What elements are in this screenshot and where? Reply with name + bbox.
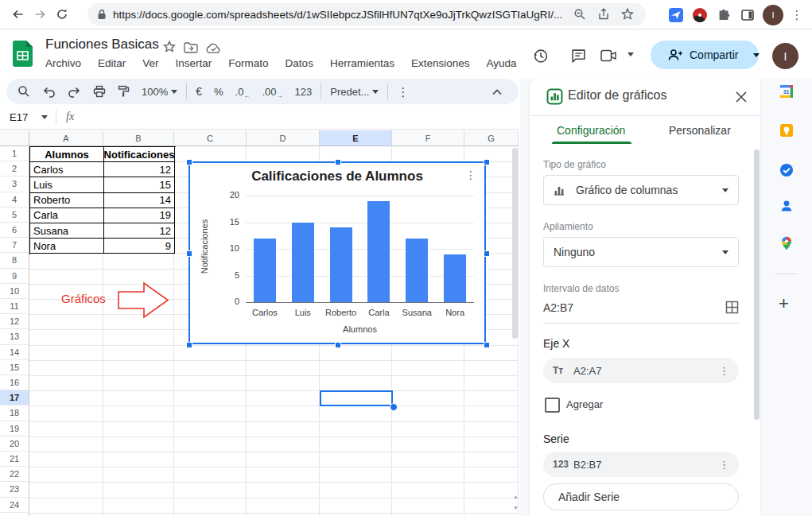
row-header-13[interactable]: 13 [0, 329, 29, 344]
chart-type-value: Gráfico de columnas [576, 184, 722, 196]
table-cell-B4[interactable]: 14 [104, 193, 175, 208]
row-header-16[interactable]: 16 [0, 375, 29, 390]
column-header-f[interactable]: F [392, 130, 464, 146]
chart-bar-nora[interactable] [444, 254, 466, 302]
data-range-row[interactable]: A2:B7 [543, 301, 739, 314]
grid-line-horizontal [29, 405, 519, 406]
scroll-up-icon[interactable]: ▲ [512, 493, 519, 500]
row-header-2[interactable]: 2 [0, 161, 29, 177]
chart-bar-roberto[interactable] [330, 227, 352, 302]
chart-menu-dots-icon[interactable]: ⋮ [465, 169, 476, 181]
aggregate-checkbox[interactable] [545, 398, 560, 413]
contacts-icon[interactable] [779, 199, 794, 213]
add-icon[interactable]: + [779, 293, 789, 314]
table-cell-A7[interactable]: Nora [30, 239, 104, 254]
table-cell-B6[interactable]: 12 [104, 223, 175, 239]
keep-icon[interactable] [779, 123, 794, 138]
annotation-arrow-icon [118, 281, 170, 319]
series-chip[interactable]: 123 B2:B7 ⋮ [543, 452, 739, 477]
table-cell-B3[interactable]: 15 [104, 177, 175, 192]
row-header-25[interactable] [0, 513, 29, 516]
chart-selection-handle[interactable] [335, 342, 341, 348]
add-series-button[interactable]: Añadir Serie [543, 483, 739, 510]
chart-bar-susana[interactable] [406, 239, 428, 302]
data-table: AlumnosNotificacionesCarlos12Luis15Rober… [29, 146, 176, 254]
table-cell-B1[interactable]: Notificaciones [104, 147, 175, 162]
chart-selection-handle[interactable] [484, 342, 490, 348]
chart-bar-luis[interactable] [292, 223, 314, 303]
column-header-c[interactable]: C [174, 130, 247, 146]
table-cell-B2[interactable]: 12 [104, 162, 175, 177]
series-heading: Serie [543, 433, 569, 445]
chart-selection-handle[interactable] [484, 159, 490, 165]
row-header-8[interactable]: 8 [0, 253, 29, 268]
select-all-corner[interactable] [0, 130, 29, 146]
fill-handle[interactable] [390, 403, 398, 411]
chart-selection-handle[interactable] [484, 250, 490, 257]
row-header-11[interactable]: 11 [0, 299, 29, 314]
table-cell-A3[interactable]: Luis [30, 177, 104, 192]
table-cell-A2[interactable]: Carlos [30, 162, 104, 177]
row-header-19[interactable]: 19 [0, 421, 29, 436]
table-cell-B5[interactable]: 19 [104, 208, 175, 223]
column-header-g[interactable]: G [464, 130, 519, 146]
tab-personalizar[interactable]: Personalizar [669, 124, 731, 137]
grid-range-icon[interactable] [725, 301, 739, 314]
row-header-20[interactable]: 20 [0, 436, 29, 452]
series-range: B2:B7 [573, 459, 719, 471]
grid-line-horizontal [29, 375, 519, 376]
row-header-3[interactable]: 3 [0, 177, 29, 192]
row-header-15[interactable]: 15 [0, 360, 29, 375]
row-header-17[interactable]: 17 [0, 390, 29, 405]
active-cell-outline[interactable] [320, 390, 393, 406]
x-axis-chip[interactable]: Tт A2:A7 ⋮ [543, 358, 739, 383]
panel-scrollbar[interactable] [754, 149, 760, 420]
chart-widget[interactable]: Calificaciones de Alumnos Notificaciones… [188, 161, 486, 344]
row-header-10[interactable]: 10 [0, 284, 29, 299]
row-header-5[interactable]: 5 [0, 208, 29, 223]
chart-selection-handle[interactable] [186, 250, 192, 257]
row-header-1[interactable]: 1 [0, 146, 29, 161]
series-menu-dots-icon[interactable]: ⋮ [719, 459, 729, 471]
x-axis-menu-dots-icon[interactable]: ⋮ [719, 365, 729, 377]
table-cell-A4[interactable]: Roberto [30, 193, 104, 208]
row-header-6[interactable]: 6 [0, 223, 29, 238]
calendar-icon[interactable]: 31 [779, 84, 794, 99]
column-header-a[interactable]: A [29, 130, 103, 146]
table-cell-A6[interactable]: Susana [30, 223, 104, 239]
chart-selection-handle[interactable] [335, 159, 341, 165]
row-header-9[interactable]: 9 [0, 269, 29, 284]
row-header-24[interactable]: 24 [0, 498, 29, 513]
tab-configuracion[interactable]: Configuración [557, 124, 625, 137]
row-header-18[interactable]: 18 [0, 405, 29, 421]
chart-selection-handle[interactable] [186, 159, 192, 165]
chevron-down-icon [722, 188, 728, 192]
aggregate-label: Agregar [566, 398, 603, 410]
row-header-14[interactable]: 14 [0, 345, 29, 360]
chart-bar-carlos[interactable] [254, 239, 276, 302]
row-header-12[interactable]: 12 [0, 314, 29, 329]
row-header-22[interactable]: 22 [0, 467, 29, 482]
chart-gridline [246, 302, 474, 303]
stacking-select[interactable]: Ninguno [543, 237, 739, 267]
table-cell-B7[interactable]: 9 [104, 239, 175, 254]
chart-bar-carla[interactable] [367, 201, 390, 302]
maps-icon[interactable] [779, 236, 794, 250]
row-header-4[interactable]: 4 [0, 192, 29, 208]
column-header-b[interactable]: B [103, 130, 174, 146]
data-range-value[interactable]: A2:B7 [543, 301, 725, 314]
scroll-down-icon[interactable]: ▼ [512, 504, 519, 511]
table-cell-A1[interactable]: Alumnos [30, 147, 104, 162]
x-tick-label: Carlos [246, 308, 284, 317]
row-header-23[interactable]: 23 [0, 482, 29, 497]
chart-type-select[interactable]: Gráfico de columnas [543, 175, 739, 205]
chart-selection-handle[interactable] [186, 342, 192, 348]
column-header-e[interactable]: E [320, 130, 392, 146]
row-header-7[interactable]: 7 [0, 238, 29, 253]
grid-vertical-scrollbar[interactable] [512, 148, 518, 339]
column-header-d[interactable]: D [247, 130, 320, 146]
row-header-21[interactable]: 21 [0, 452, 29, 467]
tasks-icon[interactable] [779, 163, 794, 177]
close-icon[interactable] [732, 87, 751, 107]
table-cell-A5[interactable]: Carla [30, 208, 104, 223]
